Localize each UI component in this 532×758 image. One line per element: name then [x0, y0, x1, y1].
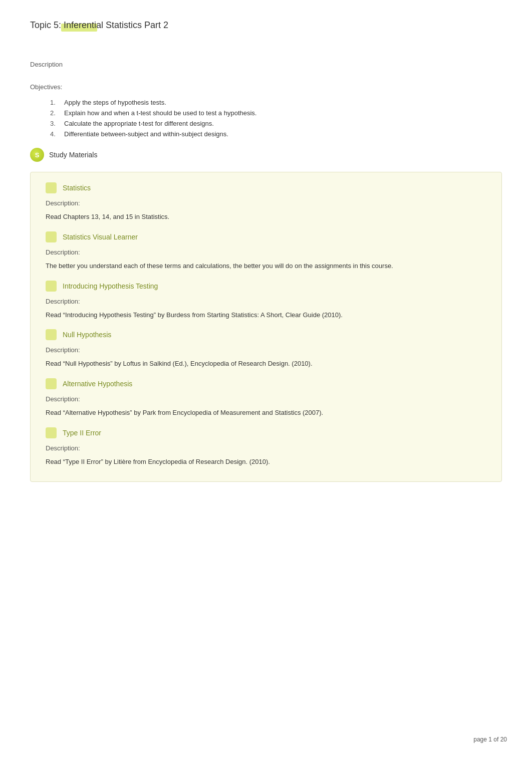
item-alternative-hypothesis-row[interactable]: Alternative Hypothesis [46, 378, 486, 389]
item-null-hypothesis-row[interactable]: Null Hypothesis [46, 329, 486, 340]
statistics-description: Read Chapters 13, 14, and 15 in Statisti… [46, 212, 486, 222]
page-number: page 1 of 20 [473, 736, 507, 743]
list-item: 1. Apply the steps of hypothesis tests. [50, 99, 502, 106]
description-label-3: Description: [46, 298, 486, 305]
description-label-6: Description: [46, 444, 486, 452]
item-icon [46, 231, 57, 242]
study-materials-label: Study Materials [49, 151, 97, 159]
type-ii-error-description: Read “Type II Error” by Litière from Enc… [46, 457, 486, 467]
visual-learner-description: The better you understand each of these … [46, 261, 486, 272]
avatar: S [30, 148, 44, 162]
statistics-link[interactable]: Statistics [63, 184, 91, 192]
objectives-list: 1. Apply the steps of hypothesis tests. … [50, 99, 502, 138]
item-visual-learner-row[interactable]: Statistics Visual Learner [46, 231, 486, 242]
content-area: Statistics Description: Read Chapters 13… [30, 172, 502, 482]
type-ii-error-link[interactable]: Type II Error [63, 429, 101, 437]
list-item: 3. Calculate the appropriate t-test for … [50, 120, 502, 127]
null-hypothesis-description: Read “Null Hypothesis” by Loftus in Salk… [46, 359, 486, 369]
alternative-hypothesis-link[interactable]: Alternative Hypothesis [63, 380, 132, 388]
objectives-label: Objectives: [30, 83, 502, 91]
item-icon [46, 427, 57, 438]
hypothesis-testing-description: Read “Introducing Hypothesis Testing” by… [46, 310, 486, 321]
item-hypothesis-testing-row[interactable]: Introducing Hypothesis Testing [46, 281, 486, 292]
list-item: 2. Explain how and when a t-test should … [50, 109, 502, 117]
item-icon [46, 281, 57, 292]
description-label-5: Description: [46, 395, 486, 403]
description-label-2: Description: [46, 248, 486, 256]
list-item: 4. Differentiate between-subject and wit… [50, 130, 502, 138]
item-type-ii-error-row[interactable]: Type II Error [46, 427, 486, 438]
description-label-4: Description: [46, 346, 486, 354]
item-icon [46, 182, 57, 193]
alternative-hypothesis-description: Read “Alternative Hypothesis” by Park fr… [46, 408, 486, 418]
introducing-hypothesis-testing-link[interactable]: Introducing Hypothesis Testing [63, 282, 158, 290]
item-icon [46, 378, 57, 389]
null-hypothesis-link[interactable]: Null Hypothesis [63, 331, 111, 339]
item-icon [46, 329, 57, 340]
item-statistics-row[interactable]: Statistics [46, 182, 486, 193]
statistics-visual-learner-link[interactable]: Statistics Visual Learner [63, 233, 138, 241]
description-label-1: Description: [46, 199, 486, 207]
description-label: Description [30, 61, 502, 68]
study-materials-row: S Study Materials [30, 148, 502, 162]
page-title: Topic 5: Inferential Statistics Part 2 [30, 20, 168, 31]
